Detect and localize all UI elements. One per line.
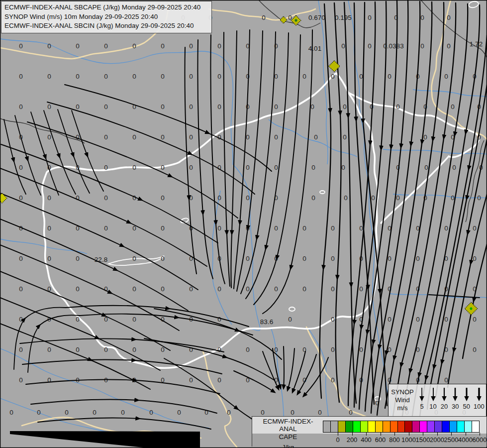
station-value: 0 [217, 224, 221, 232]
cape-tick-label: 600 [375, 436, 386, 444]
station-value: 0 [451, 194, 455, 202]
cape-legend: ECMWF-INDEX-ANAL CAPE J/kg 0200400600800… [252, 416, 487, 447]
cape-tick-mark [366, 433, 367, 436]
station-value: 0 [444, 224, 448, 232]
station-value: 0 [104, 73, 108, 80]
station-value: 0 [76, 255, 80, 262]
cape-colorbar [323, 421, 480, 433]
station-value: 0 [388, 255, 391, 262]
station-value: 0 [19, 285, 23, 293]
station-value: 0 [274, 73, 278, 80]
station-value: 0 [359, 73, 363, 80]
cape-color-cell [419, 421, 427, 433]
station-value: 0 [47, 42, 51, 50]
station-value: 0 [104, 194, 108, 202]
station-value: 0 [274, 285, 278, 293]
wind-speed-item: 50 [463, 387, 471, 410]
station-value: 0 [104, 346, 108, 353]
station-value: 0 [420, 14, 424, 21]
cape-tick-mark [394, 433, 395, 436]
station-value: 0 [396, 103, 400, 111]
cape-tick-label: 2000 [430, 436, 444, 444]
cape-color-cell [397, 421, 405, 433]
station-value: 0 [189, 194, 193, 202]
station-value: 0 [19, 376, 23, 384]
station-value: 0 [19, 42, 23, 50]
cape-color-cell [449, 421, 457, 433]
station-value: 0 [359, 346, 363, 353]
station-value: 0 [189, 376, 193, 384]
station-value-nonzero: 0.195 [335, 14, 352, 21]
wind-legend-titles: SYNOP Wind m/s [389, 384, 416, 416]
wind-speed-label: 100 [474, 403, 485, 410]
cape-legend-param: CAPE [254, 433, 322, 441]
station-value: 0 [311, 164, 315, 171]
station-value: 0 [274, 164, 278, 171]
down-arrow-icon [429, 387, 437, 402]
station-value: 0 [104, 224, 108, 232]
station-value: 0 [189, 103, 193, 111]
station-value: 0 [371, 194, 375, 202]
weather-map-screenshot: 0000000000000000000000000000000000000000… [0, 0, 487, 448]
cape-tick-mark [409, 433, 409, 436]
station-value: 0 [302, 224, 306, 232]
station-value: 0 [302, 255, 306, 262]
wind-legend-param: Wind [395, 396, 410, 404]
station-value: 0 [47, 255, 51, 262]
station-value: 0 [161, 103, 165, 111]
station-value: 0 [227, 409, 231, 416]
cape-color-cell [353, 421, 360, 433]
station-value: 0 [217, 42, 221, 50]
station-value: 0 [65, 409, 69, 416]
station-value: 0 [132, 133, 136, 141]
station-value: 0 [288, 316, 292, 323]
station-value: 0 [47, 376, 51, 384]
station-value: 0 [132, 346, 136, 353]
station-value: 0 [132, 285, 136, 293]
station-value: 0 [444, 376, 448, 384]
station-value: 0 [274, 133, 278, 141]
station-value: 0 [189, 164, 193, 171]
station-value: 0 [246, 255, 250, 262]
station-value: 0 [246, 164, 250, 171]
station-value: 0 [161, 133, 165, 141]
wind-speed-scale: 510203050100 [416, 384, 486, 416]
station-value: 0 [104, 133, 108, 141]
station-value: 0 [161, 42, 165, 50]
cape-tick-mark [381, 433, 381, 436]
station-value: 0 [388, 316, 391, 323]
station-value: 0 [19, 103, 23, 111]
station-value: 0 [217, 316, 221, 323]
station-value: 0 [177, 409, 181, 416]
station-value: 0 [149, 409, 153, 416]
station-value: 0 [47, 103, 51, 111]
station-value: 0 [19, 194, 23, 202]
cape-color-cell [434, 421, 442, 433]
station-value-nonzero: 4.01 [308, 45, 321, 52]
station-value: 0 [318, 409, 322, 416]
cape-color-cell [404, 421, 412, 433]
station-value: 0 [314, 133, 318, 141]
title-legend: ECMWF-INDEX-ANAL SBCAPE (J/kg) Monday 29… [1, 1, 212, 33]
station-value: 0 [341, 42, 345, 50]
station-value: 0 [262, 14, 266, 21]
station-value: 0 [217, 103, 221, 111]
station-value: 0 [132, 316, 136, 323]
station-value: 0 [104, 103, 108, 111]
station-value: 0 [291, 409, 294, 416]
cape-color-cell [375, 421, 383, 433]
station-value: 0 [396, 194, 400, 202]
down-arrow-icon [418, 387, 426, 402]
cape-tick-mark [480, 433, 480, 436]
station-value: 0 [121, 409, 125, 416]
cape-color-cell [472, 421, 480, 433]
station-value: 0 [246, 346, 250, 353]
station-value: 0 [132, 164, 136, 171]
station-value: 0 [302, 73, 306, 80]
station-value: 0 [76, 285, 80, 293]
title-line-sbcin: ECMWF-INDEX-ANAL SBCIN (J/kg) Monday 29-… [4, 21, 208, 31]
cape-tick-label: 400 [361, 436, 372, 444]
station-value: 0 [189, 133, 193, 141]
station-value: 0 [76, 103, 80, 111]
wind-speed-label: 30 [452, 403, 459, 410]
